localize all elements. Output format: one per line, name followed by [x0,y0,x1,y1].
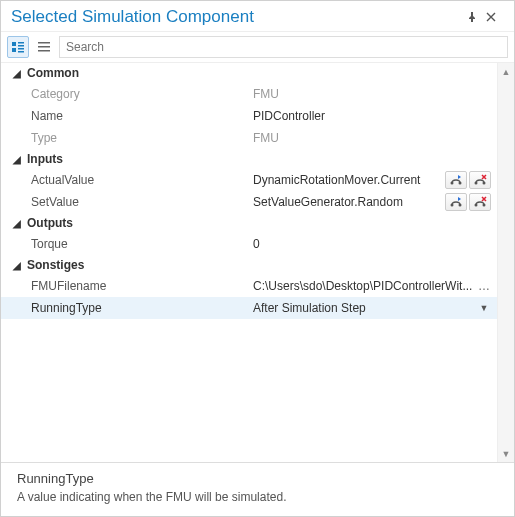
vertical-scrollbar[interactable]: ▲ ▼ [497,63,514,462]
group-sonstiges[interactable]: ◢ Sonstiges [1,255,497,275]
prop-label: Name [1,109,249,123]
unlink-signal-button[interactable] [469,171,491,189]
svg-rect-2 [18,45,24,47]
prop-value: 0 [253,237,497,251]
svg-point-14 [459,204,462,207]
svg-point-11 [475,182,478,185]
group-label: Inputs [27,152,63,166]
caret-down-icon: ◢ [13,154,27,165]
categorized-view-icon[interactable] [7,36,29,58]
prop-category[interactable]: Category FMU [1,83,497,105]
svg-point-10 [459,182,462,185]
prop-value: After Simulation Step [253,301,477,315]
svg-rect-6 [38,42,50,44]
search-input[interactable] [59,36,508,58]
dropdown-arrow-icon[interactable]: ▼ [477,303,497,313]
svg-point-12 [483,182,486,185]
link-signal-button[interactable] [445,193,467,211]
prop-label: RunningType [1,301,249,315]
prop-label: ActualValue [1,173,249,187]
description-text: A value indicating when the FMU will be … [17,490,502,504]
group-inputs[interactable]: ◢ Inputs [1,149,497,169]
svg-rect-0 [12,42,16,46]
svg-point-9 [451,182,454,185]
scroll-down-icon[interactable]: ▼ [498,445,514,462]
prop-value: FMU [253,87,497,101]
close-icon[interactable] [486,12,506,22]
prop-value: C:\Users\sdo\Desktop\PIDControllerWit... [253,279,477,293]
svg-rect-8 [38,50,50,52]
link-signal-button[interactable] [445,171,467,189]
svg-point-15 [475,204,478,207]
prop-label: FMUFilename [1,279,249,293]
svg-rect-1 [18,42,24,44]
svg-point-16 [483,204,486,207]
group-label: Common [27,66,79,80]
prop-label: SetValue [1,195,249,209]
prop-type[interactable]: Type FMU [1,127,497,149]
svg-rect-5 [18,51,24,53]
caret-down-icon: ◢ [13,260,27,271]
prop-fmufilename[interactable]: FMUFilename C:\Users\sdo\Desktop\PIDCont… [1,275,497,297]
alphabetical-view-icon[interactable] [33,36,55,58]
svg-point-13 [451,204,454,207]
prop-name[interactable]: Name PIDController [1,105,497,127]
prop-runningtype[interactable]: RunningType After Simulation Step ▼ [1,297,497,319]
prop-label: Torque [1,237,249,251]
prop-setvalue[interactable]: SetValue SetValueGenerator.Random [1,191,497,213]
prop-value: PIDController [253,109,497,123]
svg-rect-4 [18,48,24,50]
caret-down-icon: ◢ [13,218,27,229]
prop-label: Category [1,87,249,101]
property-grid: ◢ Common Category FMU Name PIDController… [1,63,497,462]
svg-rect-3 [12,48,16,52]
pin-icon[interactable] [466,11,486,23]
prop-label: Type [1,131,249,145]
description-panel: RunningType A value indicating when the … [1,462,514,516]
unlink-signal-button[interactable] [469,193,491,211]
group-outputs[interactable]: ◢ Outputs [1,213,497,233]
group-common[interactable]: ◢ Common [1,63,497,83]
prop-value: FMU [253,131,497,145]
scroll-up-icon[interactable]: ▲ [498,63,514,80]
prop-value: DynamicRotationMover.Current [253,173,445,187]
group-label: Sonstiges [27,258,84,272]
svg-rect-7 [38,46,50,48]
browse-button[interactable]: … [477,279,497,293]
group-label: Outputs [27,216,73,230]
prop-actualvalue[interactable]: ActualValue DynamicRotationMover.Current [1,169,497,191]
description-title: RunningType [17,471,502,486]
caret-down-icon: ◢ [13,68,27,79]
prop-torque[interactable]: Torque 0 [1,233,497,255]
prop-value: SetValueGenerator.Random [253,195,445,209]
panel-title: Selected Simulation Component [11,7,466,27]
